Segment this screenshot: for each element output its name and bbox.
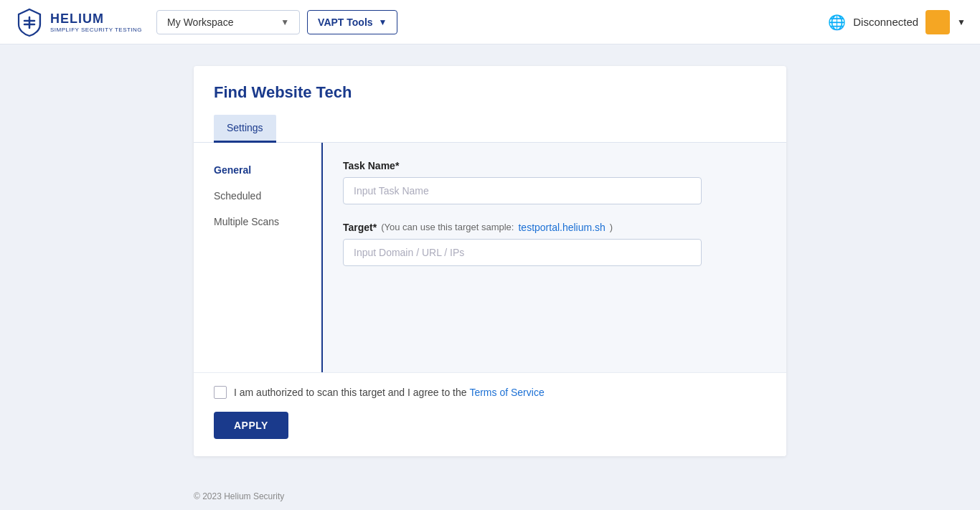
task-name-label: Task Name* [343, 160, 766, 171]
target-sample-prefix: (You can use this target sample: [381, 222, 514, 232]
page-title: Find Website Tech [194, 66, 786, 115]
target-sample-suffix: ) [610, 222, 613, 232]
nav-item-multiple-scans[interactable]: Multiple Scans [194, 209, 321, 235]
form-area: Task Name* Target* (You can use this tar… [323, 143, 786, 372]
copyright-text: © 2023 Helium Security [194, 491, 284, 501]
task-name-input[interactable] [343, 177, 702, 204]
nav-item-scheduled[interactable]: Scheduled [194, 183, 321, 209]
helium-logo-icon [14, 7, 44, 37]
workspace-label: My Workspace [167, 16, 233, 28]
header-right: 🌐 Disconnected ▼ [828, 10, 966, 34]
tos-row: I am authorized to scan this target and … [214, 386, 766, 399]
main-content: Find Website Tech Settings General Sched… [0, 44, 980, 481]
vapt-tools-label: VAPT Tools [318, 16, 372, 28]
terms-of-service-link[interactable]: Terms of Service [469, 387, 544, 398]
user-avatar-button[interactable] [925, 10, 950, 34]
chevron-down-icon: ▼ [379, 17, 387, 27]
target-label-row: Target* (You can use this target sample:… [343, 222, 766, 233]
workspace-dropdown[interactable]: My Workspace ▼ [156, 10, 300, 34]
tabs-bar: Settings [194, 115, 786, 143]
target-sample-link[interactable]: testportal.helium.sh [518, 222, 605, 233]
logo-tagline: SIMPLIFY SECURITY TESTING [50, 27, 142, 33]
disconnected-status: Disconnected [853, 16, 918, 28]
left-nav: General Scheduled Multiple Scans [194, 143, 323, 372]
page-card: Find Website Tech Settings General Sched… [194, 66, 786, 456]
page-footer: © 2023 Helium Security [0, 481, 980, 510]
header: HELIUM SIMPLIFY SECURITY TESTING My Work… [0, 0, 980, 44]
tab-settings[interactable]: Settings [214, 115, 276, 143]
chevron-down-icon[interactable]: ▼ [957, 17, 966, 27]
logo-text: HELIUM SIMPLIFY SECURITY TESTING [50, 11, 142, 33]
chevron-down-icon: ▼ [281, 17, 289, 27]
target-label: Target* [343, 222, 377, 233]
tos-text: I am authorized to scan this target and … [234, 387, 545, 398]
logo-name: HELIUM [50, 11, 142, 27]
tos-checkbox[interactable] [214, 386, 227, 399]
form-footer: I am authorized to scan this target and … [194, 372, 786, 456]
settings-body: General Scheduled Multiple Scans Task Na… [194, 143, 786, 372]
apply-button[interactable]: APPLY [214, 412, 288, 439]
target-group: Target* (You can use this target sample:… [343, 222, 766, 266]
logo-area: HELIUM SIMPLIFY SECURITY TESTING [14, 7, 142, 37]
nav-item-general[interactable]: General [194, 157, 321, 183]
globe-icon: 🌐 [828, 14, 846, 31]
task-name-group: Task Name* [343, 160, 766, 204]
vapt-tools-dropdown[interactable]: VAPT Tools ▼ [307, 10, 397, 34]
target-input[interactable] [343, 239, 702, 266]
